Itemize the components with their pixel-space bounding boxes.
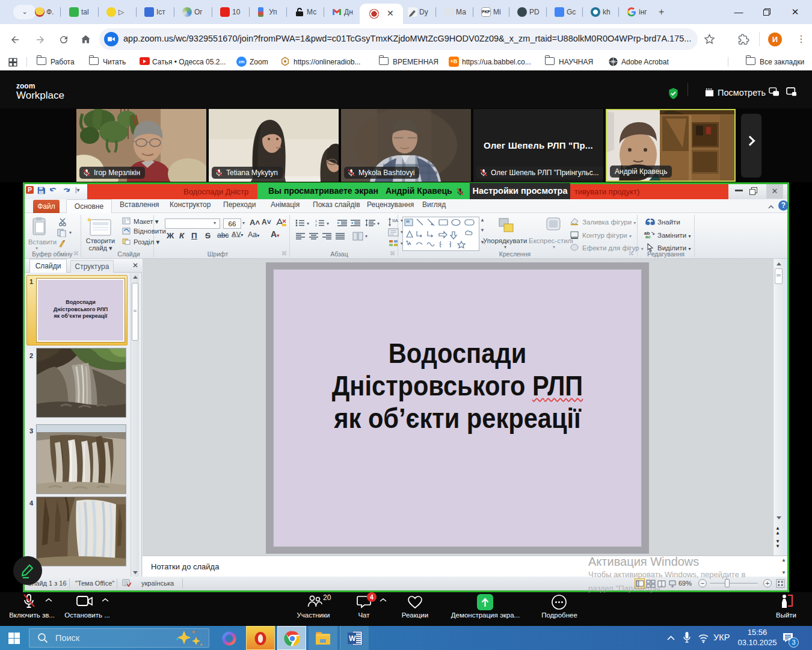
svg-text:2: 2 [315,223,317,227]
svg-text:1: 1 [315,219,317,223]
svg-text:ІІА: ІІА [392,218,398,223]
svg-text:W: W [349,634,356,643]
svg-text:ac: ac [645,234,651,239]
